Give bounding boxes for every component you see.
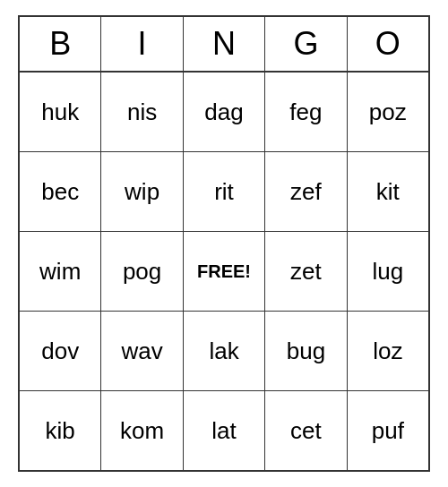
bingo-cell-1-1: wip bbox=[101, 152, 183, 231]
bingo-cell-2-1: pog bbox=[101, 232, 183, 311]
bingo-cell-2-4: lug bbox=[348, 232, 428, 311]
header-cell-n: N bbox=[184, 17, 265, 71]
bingo-row-1: becwipritzefkit bbox=[20, 152, 428, 232]
bingo-cell-1-0: bec bbox=[20, 152, 101, 231]
bingo-row-2: wimpogFREE!zetlug bbox=[20, 232, 428, 312]
bingo-cell-3-4: loz bbox=[348, 312, 428, 390]
bingo-header: BINGO bbox=[20, 17, 428, 73]
header-cell-g: G bbox=[265, 17, 347, 71]
bingo-body: huknisdagfegpozbecwipritzefkitwimpogFREE… bbox=[20, 73, 428, 470]
bingo-cell-0-0: huk bbox=[20, 73, 101, 151]
bingo-cell-4-1: kom bbox=[101, 391, 183, 470]
header-cell-o: O bbox=[348, 17, 428, 71]
bingo-cell-2-3: zet bbox=[265, 232, 347, 311]
bingo-cell-3-2: lak bbox=[184, 312, 265, 390]
bingo-cell-0-2: dag bbox=[184, 73, 265, 151]
bingo-cell-3-0: dov bbox=[20, 312, 101, 390]
bingo-cell-2-0: wim bbox=[20, 232, 101, 311]
bingo-cell-3-1: wav bbox=[101, 312, 183, 390]
header-cell-i: I bbox=[101, 17, 183, 71]
bingo-cell-0-3: feg bbox=[265, 73, 347, 151]
bingo-cell-4-3: cet bbox=[265, 391, 347, 470]
bingo-cell-1-3: zef bbox=[265, 152, 347, 231]
bingo-cell-0-1: nis bbox=[101, 73, 183, 151]
bingo-cell-3-3: bug bbox=[265, 312, 347, 390]
header-cell-b: B bbox=[20, 17, 101, 71]
bingo-card: BINGO huknisdagfegpozbecwipritzefkitwimp… bbox=[18, 15, 430, 472]
bingo-row-3: dovwavlakbugloz bbox=[20, 312, 428, 391]
bingo-cell-0-4: poz bbox=[348, 73, 428, 151]
bingo-cell-1-4: kit bbox=[348, 152, 428, 231]
bingo-cell-4-2: lat bbox=[184, 391, 265, 470]
bingo-cell-4-4: puf bbox=[348, 391, 428, 470]
bingo-row-4: kibkomlatcetpuf bbox=[20, 391, 428, 470]
bingo-cell-2-2: FREE! bbox=[184, 232, 265, 311]
bingo-row-0: huknisdagfegpoz bbox=[20, 73, 428, 152]
bingo-cell-1-2: rit bbox=[184, 152, 265, 231]
bingo-cell-4-0: kib bbox=[20, 391, 101, 470]
